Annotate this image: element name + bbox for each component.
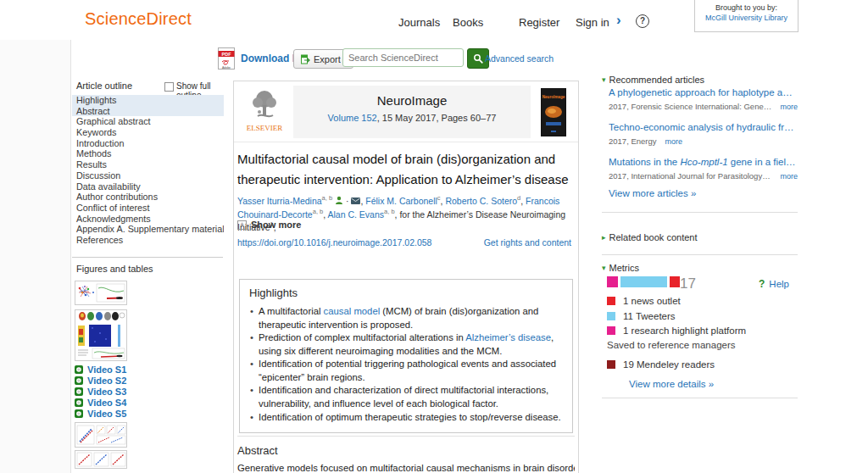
outline-item[interactable]: Acknowledgments bbox=[72, 214, 224, 225]
view-more-articles-link[interactable]: View more articles » bbox=[609, 188, 696, 198]
video-link[interactable]: Video S3 bbox=[75, 386, 126, 397]
highlights-list: A multifactorial causal model (MCM) of b… bbox=[249, 305, 563, 424]
recommended-article: Mutations in the Hco-mptl-1 gene in a fi… bbox=[609, 155, 798, 181]
brought-line: Brought to you by: bbox=[695, 3, 798, 12]
outline-item[interactable]: Introduction bbox=[72, 138, 224, 149]
video-icon bbox=[75, 387, 83, 396]
envelope-icon[interactable] bbox=[351, 198, 360, 204]
svg-text:NeuroImage: NeuroImage bbox=[542, 95, 565, 99]
mendeley-row: 19 Mendeley readers bbox=[607, 359, 715, 370]
altmetric-bar bbox=[607, 276, 682, 287]
inline-link[interactable]: causal model bbox=[324, 306, 381, 316]
outline-item[interactable]: Appendix A. Supplementary material bbox=[72, 224, 224, 235]
left-sidebar: Article outline Show full outline Highli… bbox=[72, 0, 225, 473]
journal-name[interactable]: NeuroImage bbox=[293, 93, 531, 108]
altmetric-bar-segment bbox=[607, 276, 618, 287]
show-full-outline-checkbox[interactable] bbox=[164, 82, 174, 92]
divider bbox=[602, 212, 798, 213]
outline-item[interactable]: Discussion bbox=[72, 170, 224, 181]
recommended-article-title[interactable]: Mutations in the Hco-mptl-1 gene in a fi… bbox=[609, 155, 798, 169]
divider bbox=[234, 142, 578, 142]
journal-cover[interactable]: NeuroImage bbox=[541, 88, 566, 136]
help-icon[interactable]: ? bbox=[636, 14, 649, 28]
outline-item[interactable]: Author contributions bbox=[72, 192, 224, 203]
mendeley-square bbox=[607, 360, 615, 369]
figure-thumbnail-3[interactable] bbox=[75, 422, 127, 448]
author-link[interactable]: Alan C. Evans bbox=[328, 209, 385, 219]
more-link[interactable]: more bbox=[780, 172, 798, 181]
outline-item[interactable]: Graphical abstract bbox=[72, 116, 224, 127]
search-input[interactable] bbox=[342, 48, 464, 67]
altmetric-score: 17 bbox=[680, 275, 696, 292]
recommended-articles-toggle[interactable]: ▾ Recommended articles bbox=[602, 75, 704, 85]
caret-right-icon: ▸ bbox=[602, 233, 606, 242]
more-link[interactable]: more bbox=[780, 103, 798, 111]
export-label: Export bbox=[314, 54, 341, 64]
metrics-legend-row: 1 research highlight platform bbox=[607, 326, 746, 336]
more-link[interactable]: more bbox=[665, 137, 683, 146]
volume-link[interactable]: Volume 152 bbox=[328, 113, 377, 123]
show-more-button[interactable]: + Show more bbox=[237, 220, 301, 230]
related-book-content-toggle[interactable]: ▸ Related book content bbox=[602, 232, 698, 242]
figure-thumbnail-4[interactable] bbox=[75, 450, 127, 469]
video-icon bbox=[75, 409, 83, 418]
highlight-item: Identification and characterization of d… bbox=[259, 384, 563, 410]
recommended-list: A phylogenetic approach for haplotype an… bbox=[609, 86, 798, 190]
rights-link[interactable]: Get rights and content bbox=[484, 237, 571, 248]
article-panel: ELSEVIER NeuroImage Volume 152, 15 May 2… bbox=[233, 81, 579, 473]
video-link[interactable]: Video S1 bbox=[75, 364, 126, 375]
inline-link[interactable]: Alzheimer’s disease bbox=[465, 332, 551, 342]
video-link[interactable]: Video S2 bbox=[75, 375, 126, 386]
outline-item[interactable]: References bbox=[72, 235, 224, 246]
video-link[interactable]: Video S5 bbox=[75, 409, 126, 420]
journal-banner: ELSEVIER NeuroImage Volume 152, 15 May 2… bbox=[236, 86, 576, 138]
saved-to-reference-label: Saved to reference managers bbox=[607, 340, 736, 350]
divider bbox=[237, 436, 575, 437]
figure-thumbnail-2[interactable] bbox=[75, 309, 127, 361]
outline-item[interactable]: Highlights bbox=[72, 95, 224, 106]
highlight-item: Identification of potential triggering p… bbox=[259, 358, 563, 384]
outline-item[interactable]: Methods bbox=[72, 148, 224, 159]
outline-item[interactable]: Data availability bbox=[72, 181, 224, 192]
metrics-toggle[interactable]: ▾ Metrics bbox=[602, 263, 639, 273]
nav-books[interactable]: Books bbox=[453, 16, 483, 29]
metrics-legend: 1 news outlet11 Tweeters1 research highl… bbox=[607, 296, 746, 341]
outline-item[interactable]: Keywords bbox=[72, 127, 224, 138]
metrics-legend-row: 1 news outlet bbox=[607, 296, 746, 306]
highlights-box: Highlights A multifactorial causal model… bbox=[239, 279, 573, 433]
article-title: Multifactorial causal model of brain (di… bbox=[237, 149, 571, 190]
divider bbox=[72, 257, 223, 258]
institution-link[interactable]: McGill University Library bbox=[705, 14, 787, 22]
metrics-help[interactable]: ? Help bbox=[759, 278, 789, 290]
sign-in-chevron-icon[interactable]: › bbox=[616, 12, 621, 29]
highlight-item: Identification of optimum therapeutic st… bbox=[259, 411, 563, 425]
person-icon[interactable] bbox=[335, 196, 343, 204]
author-link[interactable]: Roberto C. Sotero bbox=[445, 196, 517, 206]
nav-sign-in[interactable]: Sign in bbox=[576, 16, 609, 29]
figure-thumbnail-1[interactable] bbox=[75, 281, 127, 305]
nav-journals[interactable]: Journals bbox=[398, 16, 440, 29]
divider bbox=[602, 398, 798, 398]
author-link[interactable]: Félix M. Carbonell bbox=[365, 196, 437, 206]
advanced-search-link[interactable]: Advanced search bbox=[485, 53, 554, 64]
issue-info: , 15 May 2017, Pages 60–77 bbox=[377, 113, 497, 123]
altmetric-bar-segment bbox=[620, 276, 667, 287]
altmetric-bar-segment bbox=[670, 276, 680, 287]
video-link[interactable]: Video S4 bbox=[75, 398, 126, 409]
caret-down-icon: ▾ bbox=[602, 264, 606, 272]
article-outline-list: HighlightsAbstractGraphical abstractKeyw… bbox=[72, 95, 224, 246]
doi-link[interactable]: https://doi.org/10.1016/j.neuroimage.201… bbox=[237, 237, 431, 248]
recommended-article-title[interactable]: Techno-economic analysis of hydraulic fr… bbox=[609, 120, 798, 134]
nav-register[interactable]: Register bbox=[519, 16, 559, 29]
recommended-article-meta: 2017, Forensic Science International: Ge… bbox=[609, 102, 771, 111]
outline-item[interactable]: Conflict of interest bbox=[72, 203, 224, 214]
elsevier-logo[interactable]: ELSEVIER bbox=[241, 88, 288, 136]
expand-icon: + bbox=[237, 220, 247, 230]
author-link[interactable]: Yasser Iturria-Medina bbox=[237, 196, 322, 206]
question-icon: ? bbox=[759, 278, 765, 290]
view-more-details-link[interactable]: View more details » bbox=[629, 379, 714, 389]
outline-item[interactable]: Abstract bbox=[72, 106, 224, 117]
outline-item[interactable]: Results bbox=[72, 159, 224, 170]
recommended-article-title[interactable]: A phylogenetic approach for haplotype an… bbox=[609, 86, 798, 99]
caret-down-icon: ▾ bbox=[602, 75, 606, 84]
